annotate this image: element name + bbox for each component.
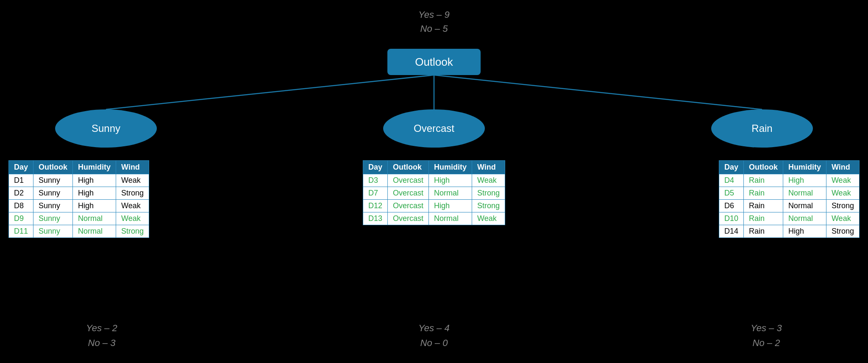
table-cell: Normal bbox=[783, 212, 826, 225]
overcast-yes: Yes – 4 bbox=[358, 321, 510, 335]
table-cell: Strong bbox=[826, 225, 859, 238]
table-cell: D4 bbox=[719, 174, 743, 187]
col-day-overcast: Day bbox=[363, 161, 387, 174]
node-outlook: Outlook bbox=[387, 49, 481, 75]
root-no-count: No – 5 bbox=[418, 22, 449, 36]
table-cell: D10 bbox=[719, 212, 743, 225]
col-outlook-overcast: Outlook bbox=[387, 161, 428, 174]
table-cell: Weak bbox=[472, 174, 505, 187]
col-day-rain: Day bbox=[719, 161, 743, 174]
table-cell: Sunny bbox=[33, 187, 73, 200]
table-cell: Rain bbox=[743, 200, 783, 212]
overcast-no: No – 0 bbox=[358, 335, 510, 350]
table-rain: Day Outlook Humidity Wind D4RainHighWeak… bbox=[719, 160, 860, 238]
table-cell: Weak bbox=[116, 212, 149, 225]
summary-sunny: Yes – 2 No – 3 bbox=[8, 321, 195, 350]
rain-yes: Yes – 3 bbox=[673, 321, 860, 335]
table-cell: Strong bbox=[116, 225, 149, 238]
table-cell: D9 bbox=[9, 212, 33, 225]
table-cell: Sunny bbox=[33, 174, 73, 187]
table-cell: Strong bbox=[472, 200, 505, 212]
table-cell: Rain bbox=[743, 174, 783, 187]
col-humidity-rain: Humidity bbox=[783, 161, 826, 174]
col-wind-rain: Wind bbox=[826, 161, 859, 174]
col-humidity-sunny: Humidity bbox=[73, 161, 116, 174]
table-cell: High bbox=[783, 174, 826, 187]
table-cell: D11 bbox=[9, 225, 33, 238]
table-cell: Rain bbox=[743, 225, 783, 238]
table-cell: Overcast bbox=[387, 212, 428, 225]
svg-line-0 bbox=[106, 75, 434, 109]
table-cell: High bbox=[429, 200, 472, 212]
table-sunny: Day Outlook Humidity Wind D1SunnyHighWea… bbox=[8, 160, 149, 238]
rain-no: No – 2 bbox=[673, 335, 860, 350]
summary-overcast: Yes – 4 No – 0 bbox=[358, 321, 510, 350]
table-cell: D14 bbox=[719, 225, 743, 238]
summary-rain: Yes – 3 No – 2 bbox=[673, 321, 860, 350]
table-cell: D5 bbox=[719, 187, 743, 200]
table-cell: Weak bbox=[826, 187, 859, 200]
table-cell: Weak bbox=[116, 200, 149, 212]
table-cell: Overcast bbox=[387, 174, 428, 187]
table-overcast: Day Outlook Humidity Wind D3OvercastHigh… bbox=[363, 160, 505, 225]
node-rain: Rain bbox=[711, 109, 813, 148]
table-cell: D12 bbox=[363, 200, 387, 212]
table-cell: Weak bbox=[826, 174, 859, 187]
table-cell: Normal bbox=[429, 212, 472, 225]
col-humidity-overcast: Humidity bbox=[429, 161, 472, 174]
table-cell: D6 bbox=[719, 200, 743, 212]
table-cell: Rain bbox=[743, 187, 783, 200]
table-cell: Normal bbox=[73, 212, 116, 225]
sunny-yes: Yes – 2 bbox=[8, 321, 195, 335]
table-cell: High bbox=[429, 174, 472, 187]
table-cell: High bbox=[783, 225, 826, 238]
table-cell: Weak bbox=[472, 212, 505, 225]
col-outlook-rain: Outlook bbox=[743, 161, 783, 174]
table-cell: Rain bbox=[743, 212, 783, 225]
root-stats: Yes – 9 No – 5 bbox=[418, 8, 449, 36]
svg-line-2 bbox=[434, 75, 762, 109]
col-wind-sunny: Wind bbox=[116, 161, 149, 174]
col-wind-overcast: Wind bbox=[472, 161, 505, 174]
col-outlook-sunny: Outlook bbox=[33, 161, 73, 174]
table-cell: Strong bbox=[472, 187, 505, 200]
table-cell: D1 bbox=[9, 174, 33, 187]
table-cell: Sunny bbox=[33, 212, 73, 225]
node-sunny: Sunny bbox=[55, 109, 157, 148]
table-cell: High bbox=[73, 174, 116, 187]
table-cell: Overcast bbox=[387, 200, 428, 212]
root-yes-count: Yes – 9 bbox=[418, 8, 449, 22]
table-cell: D13 bbox=[363, 212, 387, 225]
table-cell: D2 bbox=[9, 187, 33, 200]
table-cell: D7 bbox=[363, 187, 387, 200]
node-overcast: Overcast bbox=[383, 109, 485, 148]
table-cell: Sunny bbox=[33, 200, 73, 212]
table-cell: Normal bbox=[783, 200, 826, 212]
col-day-sunny: Day bbox=[9, 161, 33, 174]
table-cell: D8 bbox=[9, 200, 33, 212]
table-cell: Weak bbox=[116, 174, 149, 187]
sunny-no: No – 3 bbox=[8, 335, 195, 350]
table-cell: Strong bbox=[116, 187, 149, 200]
table-cell: D3 bbox=[363, 174, 387, 187]
table-cell: Normal bbox=[429, 187, 472, 200]
table-cell: Overcast bbox=[387, 187, 428, 200]
table-cell: Sunny bbox=[33, 225, 73, 238]
table-cell: Normal bbox=[73, 225, 116, 238]
table-cell: High bbox=[73, 200, 116, 212]
table-cell: Strong bbox=[826, 200, 859, 212]
diagram-container: Yes – 9 No – 5 Outlook Sunny Overcast Ra… bbox=[0, 0, 868, 363]
table-cell: High bbox=[73, 187, 116, 200]
table-cell: Normal bbox=[783, 187, 826, 200]
table-cell: Weak bbox=[826, 212, 859, 225]
